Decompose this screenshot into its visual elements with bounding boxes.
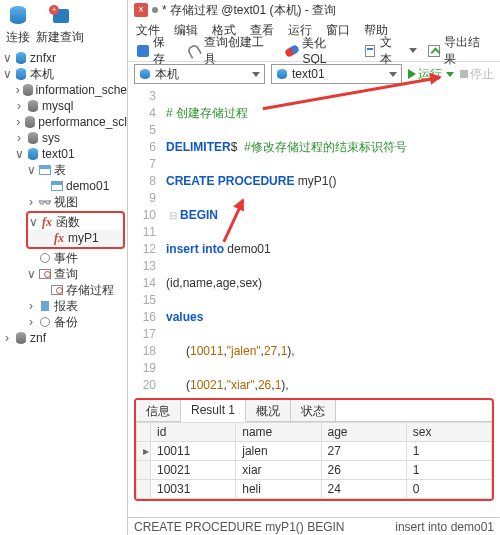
tree-functions-group[interactable]: ∨fx函数 [28, 214, 123, 230]
tree-backup-group[interactable]: ›备份 [2, 314, 127, 330]
tree-conn-local[interactable]: ∨本机 [2, 66, 127, 82]
tab-title[interactable]: * 存储过程 @text01 (本机) - 查询 [162, 2, 336, 19]
tab-bar: × * 存储过程 @text01 (本机) - 查询 [128, 0, 500, 20]
new-query-button[interactable]: + 新建查询 [36, 3, 84, 46]
connect-label: 连接 [6, 29, 30, 46]
tab-result1[interactable]: Result 1 [181, 400, 246, 422]
tree-views-group[interactable]: ›👓视图 [2, 194, 127, 210]
status-bar: CREATE PROCEDURE myP1() BEGIN insert int… [128, 517, 500, 535]
database-combo[interactable]: text01 [271, 64, 402, 84]
result-tabs: 信息 Result 1 概况 状态 [136, 400, 492, 422]
editor-pane: × * 存储过程 @text01 (本机) - 查询 文件 编辑 格式 查看 运… [128, 0, 500, 535]
chevron-down-icon [389, 72, 397, 77]
tree-reports-group[interactable]: ›报表 [2, 298, 127, 314]
tree-db[interactable]: ›information_sche [2, 82, 127, 98]
table-row[interactable]: ▸10011jalen271 [137, 442, 492, 461]
connect-button[interactable]: 连接 [6, 3, 30, 46]
col-name[interactable]: name [236, 423, 321, 442]
table-row[interactable]: 10021xiar261 [137, 461, 492, 480]
tree-conn-znf[interactable]: ›znf [2, 330, 127, 346]
editor-toolbar: 保存 查询创建工具 美化 SQL 文本 导出结果 [128, 40, 500, 62]
stop-icon [460, 70, 468, 78]
tree-function-myp1[interactable]: fxmyP1 [28, 230, 123, 246]
results-panel: 信息 Result 1 概况 状态 id name age sex ▸10011… [134, 398, 494, 501]
chevron-down-icon [409, 48, 417, 53]
tree-table[interactable]: demo01 [2, 178, 127, 194]
sidebar: 连接 + 新建查询 ∨znfxr ∨本机 ›information_sche ›… [0, 0, 128, 535]
new-query-icon: + [48, 3, 72, 27]
modified-dot-icon [152, 7, 158, 13]
play-icon [408, 69, 416, 79]
tree-db[interactable]: ›mysql [2, 98, 127, 114]
stop-button: 停止 [460, 66, 494, 83]
highlight-functions: ∨fx函数 fxmyP1 [26, 211, 125, 249]
col-sex[interactable]: sex [406, 423, 491, 442]
code-area[interactable]: # 创建存储过程 DELIMITER $ #修改存储过程的结束标识符号 CREA… [162, 86, 500, 396]
tree-db-text01[interactable]: ∨text01 [2, 146, 127, 162]
connection-combo[interactable]: 本机 [134, 64, 265, 84]
sidebar-toolbar: 连接 + 新建查询 [0, 0, 127, 48]
tab-info[interactable]: 信息 [136, 400, 181, 421]
new-query-label: 新建查询 [36, 29, 84, 46]
result-table[interactable]: id name age sex ▸10011jalen271 10021xiar… [136, 422, 492, 499]
tree-db[interactable]: ›sys [2, 130, 127, 146]
tree-query[interactable]: 存储过程 [2, 282, 127, 298]
db-tree: ∨znfxr ∨本机 ›information_sche ›mysql ›per… [0, 48, 127, 535]
col-age[interactable]: age [321, 423, 406, 442]
table-row[interactable]: 10031heli240 [137, 480, 492, 499]
col-id[interactable]: id [151, 423, 236, 442]
code-editor[interactable]: 34567891011121314151617181920 # 创建存储过程 D… [128, 86, 500, 396]
db-connect-icon [6, 3, 30, 27]
connection-row: 本机 text01 运行 停止 [128, 62, 500, 86]
close-tab-icon[interactable]: × [134, 3, 148, 17]
tree-queries-group[interactable]: ∨查询 [2, 266, 127, 282]
line-gutter: 34567891011121314151617181920 [128, 86, 162, 396]
tree-events-group[interactable]: 事件 [2, 250, 127, 266]
tree-conn-znfxr[interactable]: ∨znfxr [2, 50, 127, 66]
tree-tables-group[interactable]: ∨表 [2, 162, 127, 178]
status-right: insert into demo01 [395, 520, 494, 534]
chevron-down-icon [252, 72, 260, 77]
status-left: CREATE PROCEDURE myP1() BEGIN [134, 520, 344, 534]
tab-summary[interactable]: 概况 [246, 400, 291, 421]
tab-status[interactable]: 状态 [291, 400, 336, 421]
chevron-down-icon [446, 72, 454, 77]
tree-db[interactable]: ›performance_scl [2, 114, 127, 130]
